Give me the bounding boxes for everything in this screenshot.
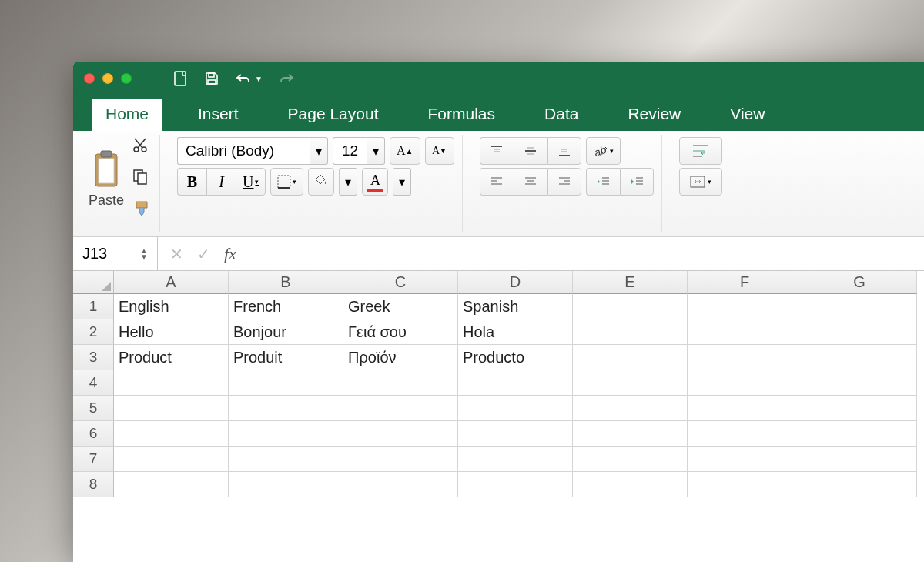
copy-icon[interactable]	[132, 168, 152, 188]
cell[interactable]	[802, 421, 917, 447]
row-header[interactable]: 2	[73, 319, 114, 345]
tab-insert[interactable]: Insert	[184, 99, 253, 131]
cell[interactable]	[688, 319, 802, 345]
font-color-dropdown[interactable]: ▾	[393, 168, 411, 196]
tab-home[interactable]: Home	[92, 99, 162, 131]
tab-view[interactable]: View	[716, 99, 778, 131]
cell[interactable]: Hola	[458, 319, 573, 345]
cell[interactable]	[688, 396, 802, 421]
cell[interactable]	[343, 472, 458, 497]
cancel-formula-icon[interactable]: ✕	[170, 245, 183, 263]
cell[interactable]	[573, 472, 688, 497]
cell[interactable]: Hello	[114, 319, 229, 345]
cell[interactable]	[458, 447, 573, 472]
align-top-button[interactable]	[480, 137, 514, 165]
paste-button[interactable]: Paste	[89, 149, 124, 209]
maximize-window-button[interactable]	[121, 73, 132, 84]
cell[interactable]	[343, 370, 458, 396]
tab-review[interactable]: Review	[614, 99, 695, 131]
align-center-button[interactable]	[514, 168, 547, 196]
tab-formulas[interactable]: Formulas	[414, 99, 510, 131]
col-header[interactable]: D	[458, 271, 573, 294]
font-name-input[interactable]: Calibri (Body)	[177, 137, 310, 165]
align-middle-button[interactable]	[514, 137, 547, 165]
cell[interactable]: English	[114, 294, 229, 319]
row-header[interactable]: 4	[73, 370, 114, 396]
underline-button[interactable]: U▾	[236, 168, 266, 196]
cell[interactable]	[573, 421, 688, 447]
cell[interactable]	[573, 370, 688, 396]
cell[interactable]	[114, 421, 229, 447]
cell[interactable]: French	[229, 294, 343, 319]
cell[interactable]	[458, 370, 573, 396]
cell[interactable]	[229, 447, 343, 472]
align-right-button[interactable]	[547, 168, 581, 196]
tab-page-layout[interactable]: Page Layout	[274, 99, 393, 131]
cell[interactable]	[343, 421, 458, 447]
cell[interactable]	[688, 294, 802, 319]
row-header[interactable]: 1	[73, 294, 114, 319]
cell[interactable]: Bonjour	[229, 319, 343, 345]
cell[interactable]	[688, 472, 802, 497]
decrease-indent-button[interactable]	[586, 168, 620, 196]
undo-icon[interactable]: ▼	[235, 72, 263, 85]
cell[interactable]	[458, 396, 573, 421]
select-all-corner[interactable]	[73, 271, 114, 294]
font-color-button[interactable]: A	[362, 168, 388, 196]
cell[interactable]	[688, 345, 802, 370]
fx-icon[interactable]: fx	[224, 244, 236, 264]
col-header[interactable]: A	[114, 271, 229, 294]
align-bottom-button[interactable]	[547, 137, 581, 165]
row-header[interactable]: 8	[73, 472, 114, 497]
cell[interactable]	[229, 370, 343, 396]
cell[interactable]	[802, 396, 917, 421]
cell[interactable]	[343, 396, 458, 421]
cell[interactable]	[573, 396, 688, 421]
decrease-font-button[interactable]: A▼	[425, 137, 454, 165]
save-icon[interactable]	[204, 71, 219, 86]
bold-button[interactable]: B	[177, 168, 206, 196]
wrap-text-button[interactable]	[679, 137, 722, 165]
cell[interactable]	[802, 345, 917, 370]
cell[interactable]	[229, 472, 343, 497]
cell[interactable]: Producto	[458, 345, 573, 370]
cell[interactable]	[688, 421, 802, 447]
row-header[interactable]: 3	[73, 345, 114, 370]
row-header[interactable]: 6	[73, 421, 114, 447]
cell[interactable]	[229, 421, 343, 447]
font-name-combo[interactable]: Calibri (Body) ▾	[177, 137, 328, 165]
cell[interactable]: Spanish	[458, 294, 573, 319]
cut-icon[interactable]	[132, 137, 152, 157]
col-header[interactable]: C	[343, 271, 458, 294]
cell[interactable]	[229, 396, 343, 421]
cell[interactable]	[343, 447, 458, 472]
row-header[interactable]: 5	[73, 396, 114, 421]
cell[interactable]: Γειά σου	[343, 319, 458, 345]
cell[interactable]	[114, 370, 229, 396]
font-size-combo[interactable]: 12 ▾	[333, 137, 385, 165]
new-file-icon[interactable]	[173, 70, 189, 87]
cell[interactable]	[114, 447, 229, 472]
fill-color-dropdown[interactable]: ▾	[339, 168, 357, 196]
font-size-input[interactable]: 12	[333, 137, 367, 165]
cell[interactable]: Product	[114, 345, 229, 370]
cell[interactable]	[688, 370, 802, 396]
redo-icon[interactable]	[278, 72, 295, 85]
enter-formula-icon[interactable]: ✓	[197, 245, 210, 263]
cell[interactable]	[802, 472, 917, 497]
merge-button[interactable]: ▾	[679, 168, 722, 196]
format-painter-icon[interactable]	[132, 199, 152, 220]
increase-font-button[interactable]: A▲	[390, 137, 420, 165]
cell[interactable]	[573, 319, 688, 345]
cell[interactable]	[114, 396, 229, 421]
cell[interactable]	[802, 294, 917, 319]
fill-color-button[interactable]	[308, 168, 334, 196]
align-left-button[interactable]	[480, 168, 514, 196]
close-window-button[interactable]	[84, 73, 95, 84]
increase-indent-button[interactable]	[620, 168, 654, 196]
cell[interactable]	[802, 319, 917, 345]
cell[interactable]	[573, 294, 688, 319]
orientation-button[interactable]: ab▾	[586, 137, 621, 165]
formula-input[interactable]	[249, 237, 924, 270]
name-box-stepper[interactable]: ▲▼	[140, 248, 148, 260]
